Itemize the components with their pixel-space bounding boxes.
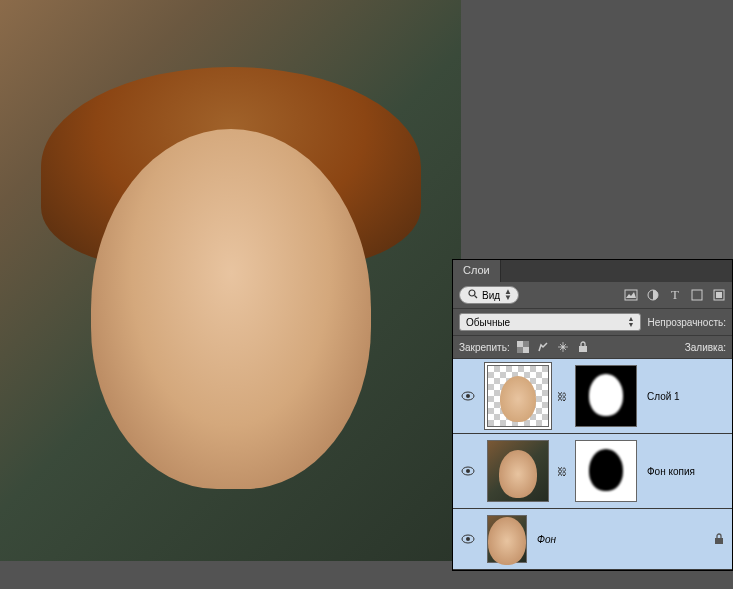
layer-mask-thumbnail[interactable] xyxy=(575,365,637,427)
layer-thumbnail[interactable] xyxy=(487,440,549,502)
svg-rect-9 xyxy=(523,341,529,347)
lock-row: Закрепить: Заливка: xyxy=(453,336,732,359)
lock-all-icon[interactable] xyxy=(576,340,590,354)
svg-point-14 xyxy=(466,394,470,398)
filter-smart-icon[interactable] xyxy=(712,288,726,302)
layers-list: ⛓ Слой 1 ⛓ Фон копия xyxy=(453,359,732,570)
blend-row: Обычные ▲▼ Непрозрачность: xyxy=(453,309,732,336)
layer-row[interactable]: Фон xyxy=(453,509,732,570)
layers-panel: Слои Вид ▲▼ T Обычные ▲▼ Непрозрачность:… xyxy=(452,259,733,571)
mask-link-icon[interactable]: ⛓ xyxy=(557,466,567,477)
visibility-eye-icon[interactable] xyxy=(461,391,475,401)
layer-name[interactable]: Слой 1 xyxy=(647,391,680,402)
layer-row[interactable]: ⛓ Слой 1 xyxy=(453,359,732,434)
lock-pixels-icon[interactable] xyxy=(536,340,550,354)
dropdown-arrows-icon: ▲▼ xyxy=(628,316,635,328)
svg-rect-8 xyxy=(523,347,529,353)
filter-label: Вид xyxy=(482,290,500,301)
layer-row[interactable]: ⛓ Фон копия xyxy=(453,434,732,509)
svg-rect-10 xyxy=(517,347,523,353)
layer-name[interactable]: Фон копия xyxy=(647,466,695,477)
document-image xyxy=(0,0,461,561)
svg-rect-7 xyxy=(517,341,523,347)
svg-point-16 xyxy=(466,469,470,473)
search-icon xyxy=(468,289,478,301)
svg-point-0 xyxy=(469,290,475,296)
blend-mode-select[interactable]: Обычные ▲▼ xyxy=(459,313,641,331)
visibility-eye-icon[interactable] xyxy=(461,534,475,544)
tab-layers[interactable]: Слои xyxy=(453,260,501,282)
svg-line-1 xyxy=(475,296,478,299)
filter-type-icon[interactable]: T xyxy=(668,288,682,302)
svg-rect-2 xyxy=(625,290,637,300)
lock-transparency-icon[interactable] xyxy=(516,340,530,354)
visibility-eye-icon[interactable] xyxy=(461,466,475,476)
layer-name[interactable]: Фон xyxy=(537,534,556,545)
lock-label: Закрепить: xyxy=(459,342,510,353)
lock-icon xyxy=(714,533,726,545)
svg-rect-4 xyxy=(692,290,702,300)
svg-point-18 xyxy=(466,537,470,541)
svg-rect-6 xyxy=(716,292,722,298)
filter-shape-icon[interactable] xyxy=(690,288,704,302)
svg-point-11 xyxy=(561,346,564,349)
opacity-label: Непрозрачность: xyxy=(647,317,726,328)
filter-row: Вид ▲▼ T xyxy=(453,282,732,309)
dropdown-arrows-icon: ▲▼ xyxy=(504,289,512,301)
layer-filter-select[interactable]: Вид ▲▼ xyxy=(459,286,519,304)
fill-label: Заливка: xyxy=(685,342,726,353)
layer-thumbnail[interactable] xyxy=(487,365,549,427)
filter-pixel-icon[interactable] xyxy=(624,288,638,302)
layer-thumbnail[interactable] xyxy=(487,515,527,563)
canvas-area[interactable] xyxy=(0,0,461,561)
mask-link-icon[interactable]: ⛓ xyxy=(557,391,567,402)
blend-mode-value: Обычные xyxy=(466,317,510,328)
panel-tabs: Слои xyxy=(453,260,732,282)
layer-mask-thumbnail[interactable] xyxy=(575,440,637,502)
lock-position-icon[interactable] xyxy=(556,340,570,354)
svg-rect-19 xyxy=(715,538,723,544)
svg-rect-12 xyxy=(579,346,587,352)
filter-adjustment-icon[interactable] xyxy=(646,288,660,302)
